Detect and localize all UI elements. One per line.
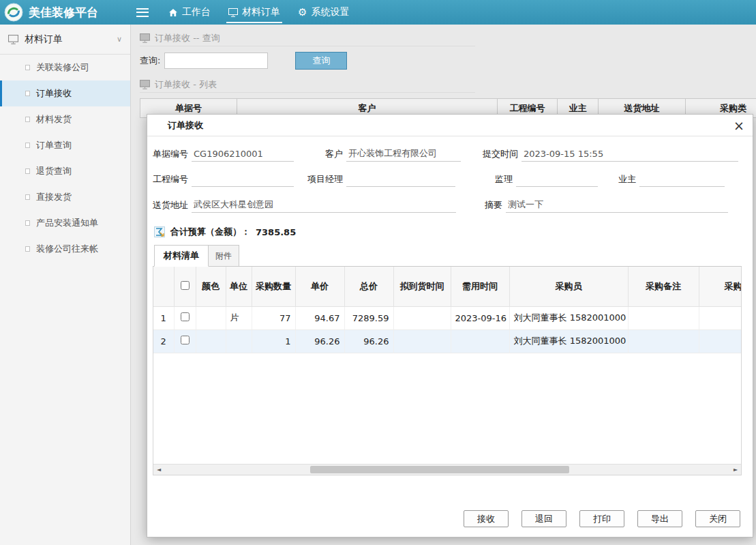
sidebar-item-order-receive[interactable]: 订单接收	[0, 80, 130, 106]
search-button[interactable]: 查询	[295, 52, 347, 70]
top-navbar: 美佳装修平台 工作台 材料订单 ⚙ 系统设置	[0, 0, 756, 25]
monitor-icon	[8, 35, 18, 44]
tab-attachments[interactable]: 附件	[209, 245, 239, 267]
cell-price: 96.26	[295, 329, 344, 353]
column-header[interactable]: 采购员意见	[699, 267, 742, 306]
sidebar-item-material-delivery[interactable]: 材料发货	[0, 106, 130, 132]
cell-total: 96.26	[344, 329, 393, 353]
column-header[interactable]: 总价	[344, 267, 393, 306]
row-number-header	[153, 267, 174, 306]
address-label: 送货地址	[153, 199, 188, 213]
app-title: 美佳装修平台	[29, 5, 98, 20]
sidebar: 材料订单 ∨ 关联装修公司 订单接收 材料发货 订单查询 退货查询 直接发货	[0, 25, 131, 545]
column-header[interactable]: 单价	[295, 267, 344, 306]
sidebar-item-label: 关联装修公司	[36, 61, 89, 74]
doc-icon	[25, 143, 30, 148]
sidebar-item-direct-delivery[interactable]: 直接发货	[0, 184, 130, 210]
scrollbar-thumb[interactable]	[310, 466, 569, 473]
doc-icon	[25, 91, 30, 96]
home-icon	[168, 8, 178, 17]
scroll-right-icon[interactable]: ►	[730, 465, 741, 475]
nav-item-material-orders[interactable]: 材料订单	[220, 0, 289, 25]
column-header[interactable]: 采购备注	[628, 267, 699, 306]
cell-eta	[393, 306, 451, 329]
doc-no-label: 单据编号	[153, 148, 188, 162]
cell-buyer: 刘大同董事长 1582001000	[509, 306, 628, 329]
cell-need-date: 2023-09-16	[451, 306, 509, 329]
cell-unit	[226, 329, 252, 353]
doc-icon	[25, 65, 30, 70]
doc-icon	[25, 117, 30, 122]
doc-no-field[interactable]: CG1906210001	[192, 149, 294, 162]
submit-time-field[interactable]: 2023-09-15 15:55	[521, 149, 738, 162]
cell-eta	[393, 329, 451, 353]
nav-item-label: 系统设置	[311, 6, 349, 18]
column-header[interactable]: 采购员	[509, 267, 628, 306]
summary-label: 摘要	[485, 199, 502, 213]
dialog-title: 订单接收	[168, 120, 203, 130]
customer-field[interactable]: 开心装饰工程有限公司	[346, 147, 461, 162]
nav-item-system-settings[interactable]: ⚙ 系统设置	[289, 0, 358, 25]
hamburger-icon[interactable]	[136, 8, 149, 17]
sidebar-item-label: 直接发货	[36, 191, 72, 203]
sidebar-item-linked-companies[interactable]: 关联装修公司	[0, 55, 130, 80]
project-no-field[interactable]	[192, 174, 294, 187]
nav-item-workbench[interactable]: 工作台	[160, 0, 220, 25]
column-header[interactable]: 拟到货时间	[393, 267, 451, 306]
list-section-title: 订单接收 - 列表	[140, 76, 475, 93]
owner-field[interactable]	[639, 174, 725, 187]
select-all-checkbox[interactable]	[181, 281, 190, 290]
doc-icon	[25, 168, 30, 174]
column-header[interactable]: 单位	[226, 267, 252, 306]
cell-unit: 片	[226, 306, 252, 329]
tab-material-list[interactable]: 材料清单	[154, 245, 209, 267]
dialog-tabs: 材料清单 附件	[153, 245, 742, 267]
export-button[interactable]: 导出	[637, 510, 682, 527]
query-label: 查询:	[140, 55, 160, 67]
dialog-footer: 接收 退回 打印 导出 关闭	[147, 502, 753, 537]
supervisor-label: 监理	[495, 173, 513, 187]
summary-field[interactable]: 测试一下	[506, 198, 728, 213]
sidebar-item-label: 订单查询	[36, 139, 72, 151]
cell-color	[196, 306, 226, 329]
monitor-icon	[228, 8, 238, 17]
cell-price: 94.67	[295, 306, 344, 329]
sidebar-item-return-query[interactable]: 退货查询	[0, 158, 130, 184]
chevron-down-icon: ∨	[117, 35, 122, 44]
cell-need-date	[451, 329, 509, 353]
supervisor-field[interactable]	[516, 174, 598, 187]
cell-qty: 1	[252, 329, 295, 353]
table-row[interactable]: 2 1 96.26 96.26 刘大同董事长 1582001000	[153, 329, 742, 353]
close-icon[interactable]: ×	[734, 115, 744, 136]
query-input[interactable]	[164, 53, 268, 69]
project-manager-label: 项目经理	[307, 173, 343, 187]
sidebar-item-company-account[interactable]: 装修公司往来帐	[0, 236, 130, 262]
row-number: 1	[153, 306, 174, 329]
sidebar-item-label: 产品安装通知单	[36, 217, 98, 229]
close-button[interactable]: 关闭	[695, 510, 740, 527]
submit-time-label: 提交时间	[483, 148, 518, 162]
cell-note	[628, 306, 699, 329]
horizontal-scrollbar[interactable]: ◄ ►	[153, 464, 741, 475]
column-header[interactable]: 采购数量	[252, 267, 295, 306]
section-title-text: 订单接收 - 列表	[155, 78, 217, 91]
material-grid: 颜色 单位 采购数量 单价 总价 拟到货时间 需用时间 采购员 采购备注 采购员…	[153, 267, 742, 475]
logo-icon	[4, 3, 23, 22]
sidebar-group-material-orders[interactable]: 材料订单 ∨	[0, 25, 130, 55]
doc-icon	[25, 220, 30, 226]
accept-button[interactable]: 接收	[464, 510, 509, 527]
address-field[interactable]: 武侯区大科星创意园	[192, 198, 456, 213]
dialog-titlebar: 订单接收 ×	[147, 115, 753, 136]
sidebar-item-order-query[interactable]: 订单查询	[0, 132, 130, 158]
query-section-title: 订单接收 -- 查询	[140, 30, 475, 46]
sidebar-item-install-notice[interactable]: 产品安装通知单	[0, 210, 130, 236]
return-button[interactable]: 退回	[521, 510, 566, 527]
row-checkbox[interactable]	[181, 312, 190, 321]
row-checkbox[interactable]	[181, 336, 190, 344]
column-header[interactable]: 需用时间	[451, 267, 509, 306]
scroll-left-icon[interactable]: ◄	[153, 465, 164, 475]
print-button[interactable]: 打印	[579, 510, 624, 527]
table-row[interactable]: 1 片 77 94.67 7289.59 2023-09-16 刘大同董事长 1…	[153, 306, 742, 329]
column-header[interactable]: 颜色	[196, 267, 226, 306]
project-manager-field[interactable]	[346, 174, 455, 187]
